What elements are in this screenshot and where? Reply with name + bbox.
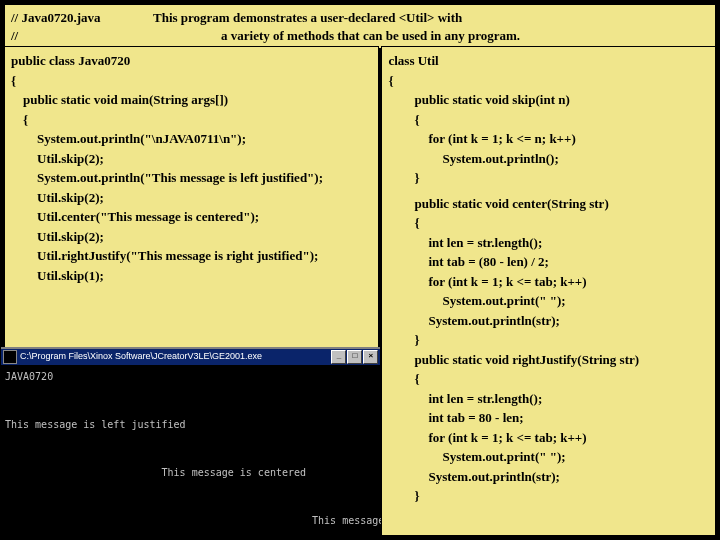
code-line: System.out.println();: [388, 149, 709, 169]
code-line: System.out.print(" ");: [388, 291, 709, 311]
console-titlebar: C:\Program Files\Xinox Software\JCreator…: [1, 349, 380, 365]
out-line: This message is centered: [5, 467, 306, 478]
code-line: for (int k = 1; k <= n; k++): [388, 129, 709, 149]
code-line: for (int k = 1; k <= tab; k++): [388, 428, 709, 448]
code-line: {: [388, 213, 709, 233]
code-line: int tab = 80 - len;: [388, 408, 709, 428]
slide-frame: // Java0720.java This program demonstrat…: [0, 0, 720, 540]
code-line: int tab = (80 - len) / 2;: [388, 252, 709, 272]
code-line: System.out.println("\nJAVA0711\n");: [11, 129, 372, 149]
main-class-panel: public class Java0720 { public static vo…: [4, 46, 379, 536]
util-class-panel: class Util { public static void skip(int…: [381, 46, 716, 536]
filename-comment: // Java0720.java: [11, 9, 153, 27]
code-line: for (int k = 1; k <= tab; k++): [388, 272, 709, 292]
console-output: JAVA0720 This message is left justified …: [1, 365, 380, 540]
code-line: int len = str.length();: [388, 233, 709, 253]
out-line: This message is left justified: [5, 419, 186, 430]
code-line: public static void center(String str): [388, 194, 709, 214]
desc-line-1: This program demonstrates a user-declare…: [153, 9, 462, 27]
code-line: {: [388, 71, 709, 91]
code-line: System.out.println(str);: [388, 467, 709, 487]
code-line: public static void main(String args[]): [11, 90, 372, 110]
code-line: System.out.println(str);: [388, 311, 709, 331]
out-line: JAVA0720: [5, 371, 53, 382]
code-line: System.out.println("This message is left…: [11, 168, 372, 188]
code-line: class Util: [388, 51, 709, 71]
code-line: Util.center("This message is centered");: [11, 207, 372, 227]
code-line: {: [388, 369, 709, 389]
code-line: Util.rightJustify("This message is right…: [11, 246, 372, 266]
code-line: }: [388, 330, 709, 350]
maximize-button[interactable]: □: [347, 350, 362, 364]
header-comment: // Java0720.java This program demonstrat…: [4, 4, 716, 49]
code-line: Util.skip(1);: [11, 266, 372, 286]
code-line: Util.skip(2);: [11, 188, 372, 208]
code-line: System.out.print(" ");: [388, 447, 709, 467]
code-line: public static void rightJustify(String s…: [388, 350, 709, 370]
content-row: public class Java0720 { public static vo…: [4, 46, 716, 536]
code-line: {: [11, 71, 372, 91]
code-line: Util.skip(2);: [11, 149, 372, 169]
comment-slashes: //: [11, 27, 153, 45]
code-line: Util.skip(2);: [11, 227, 372, 247]
close-button[interactable]: ×: [363, 350, 378, 364]
window-buttons: _ □ ×: [331, 350, 378, 364]
console-title: C:\Program Files\Xinox Software\JCreator…: [20, 350, 262, 364]
console-window: C:\Program Files\Xinox Software\JCreator…: [1, 347, 380, 539]
code-line: }: [388, 168, 709, 188]
code-line: public static void skip(int n): [388, 90, 709, 110]
console-icon: [3, 350, 17, 364]
code-line: int len = str.length();: [388, 389, 709, 409]
code-line: }: [388, 486, 709, 506]
code-line: public class Java0720: [11, 51, 372, 71]
code-line: {: [11, 110, 372, 130]
minimize-button[interactable]: _: [331, 350, 346, 364]
desc-line-2: a variety of methods that can be used in…: [153, 27, 520, 45]
code-line: {: [388, 110, 709, 130]
